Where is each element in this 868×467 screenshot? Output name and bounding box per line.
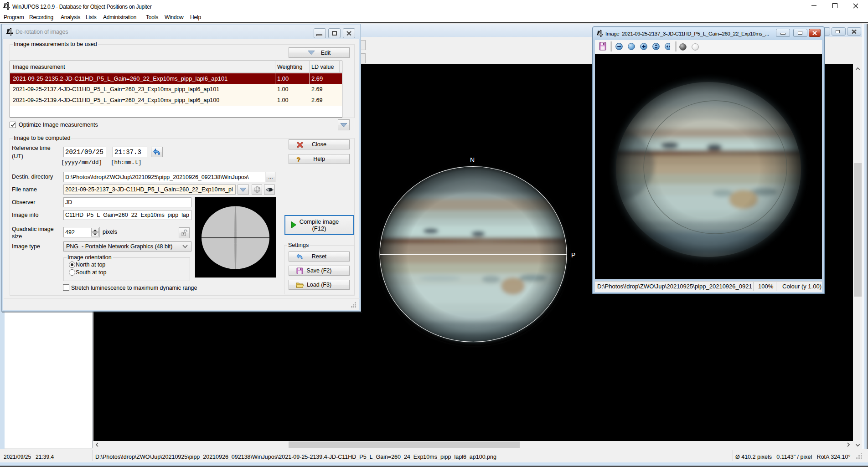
svg-text:N: N (470, 156, 475, 164)
svg-text:P: P (571, 251, 575, 259)
